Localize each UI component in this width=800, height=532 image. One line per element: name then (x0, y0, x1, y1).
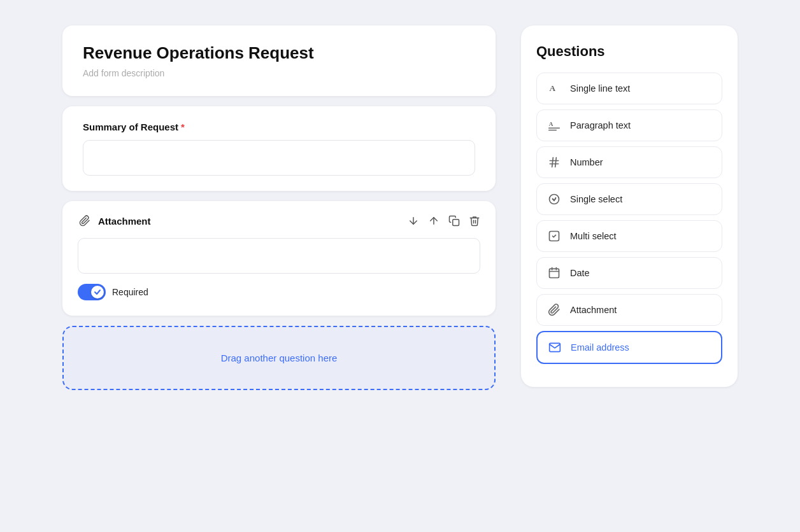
attachment-input-area[interactable] (78, 238, 480, 274)
svg-rect-2 (453, 220, 459, 226)
attachment-label-text: Attachment (98, 216, 151, 227)
summary-label-text: Summary of Request (83, 122, 178, 132)
attachment-icon (547, 303, 561, 317)
svg-rect-13 (550, 269, 559, 277)
move-up-icon[interactable] (428, 215, 439, 227)
form-header-card: Revenue Operations Request Add form desc… (62, 25, 496, 96)
single-select-label: Single select (570, 194, 622, 204)
question-item-email-address[interactable]: Email address (536, 331, 722, 364)
required-label: Required (112, 287, 148, 297)
multi-select-label: Multi select (570, 231, 617, 241)
svg-point-11 (550, 195, 559, 204)
paragraph-text-label: Paragraph text (570, 120, 631, 130)
summary-input[interactable] (83, 140, 475, 176)
email-address-label: Email address (571, 342, 629, 353)
paperclip-icon (78, 214, 92, 228)
main-container: Revenue Operations Request Add form desc… (0, 0, 800, 532)
svg-line-9 (552, 158, 554, 167)
form-description: Add form description (83, 68, 475, 78)
summary-field-label: Summary of Request * (83, 122, 475, 132)
required-toggle: Required (78, 284, 480, 300)
question-item-paragraph-text[interactable]: A Paragraph text (536, 109, 722, 141)
drop-zone-text: Drag another question here (221, 353, 338, 363)
delete-icon[interactable] (469, 215, 480, 227)
number-icon (547, 155, 561, 169)
paragraph-text-icon: A (547, 118, 561, 132)
email-icon (548, 340, 562, 354)
date-label: Date (570, 268, 590, 278)
attachment-label: Attachment (78, 214, 151, 228)
question-item-date[interactable]: Date (536, 257, 722, 289)
required-toggle-switch[interactable] (78, 284, 106, 300)
drop-zone[interactable]: Drag another question here (62, 326, 496, 390)
date-icon (547, 266, 561, 280)
question-item-single-select[interactable]: Single select (536, 183, 722, 215)
left-panel: Revenue Operations Request Add form desc… (62, 25, 496, 390)
svg-line-10 (555, 158, 557, 167)
single-select-icon (547, 192, 561, 206)
question-item-single-line-text[interactable]: A Single line text (536, 73, 722, 104)
attachment-actions (408, 215, 480, 227)
attachment-question-label: Attachment (570, 305, 617, 315)
question-item-multi-select[interactable]: Multi select (536, 220, 722, 252)
number-label: Number (570, 157, 603, 167)
attachment-card: Attachment (62, 201, 496, 316)
svg-text:A: A (550, 83, 556, 93)
form-title: Revenue Operations Request (83, 43, 475, 63)
move-down-icon[interactable] (408, 215, 419, 227)
duplicate-icon[interactable] (448, 215, 460, 227)
questions-title: Questions (536, 43, 722, 60)
single-line-text-label: Single line text (570, 83, 630, 94)
required-star: * (181, 122, 185, 132)
attachment-header: Attachment (78, 214, 480, 228)
multi-select-icon (547, 229, 561, 243)
question-item-number[interactable]: Number (536, 146, 722, 178)
right-panel: Questions A Single line text A Paragraph… (521, 25, 738, 387)
question-item-attachment[interactable]: Attachment (536, 294, 722, 326)
single-line-text-icon: A (547, 81, 561, 95)
svg-text:A: A (549, 121, 554, 127)
toggle-knob (91, 286, 104, 298)
summary-field-card: Summary of Request * (62, 106, 496, 191)
